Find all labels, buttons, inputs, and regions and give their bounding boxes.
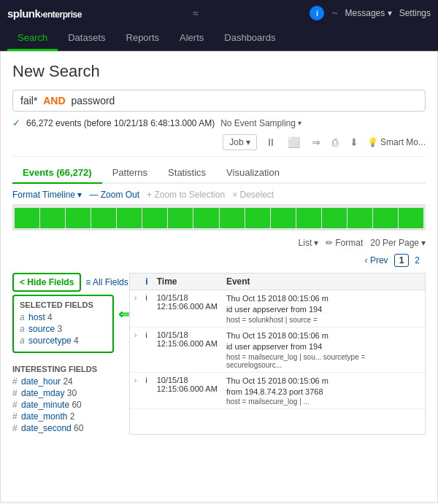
timeline-segment-15	[373, 208, 398, 228]
field-type-hash-4: #	[12, 411, 18, 422]
field-count-host: 4	[47, 312, 53, 322]
col-time-header: Time	[153, 274, 222, 290]
check-icon: ✓	[12, 117, 20, 128]
current-page[interactable]: 1	[394, 254, 410, 267]
smart-mode-label: 💡 Smart Mo...	[367, 137, 426, 147]
stop-button[interactable]: ⬜	[285, 135, 303, 150]
field-count-date-minute: 60	[72, 400, 81, 410]
tab-datasets[interactable]: Datasets	[58, 26, 115, 51]
selected-field-source[interactable]: a source 3	[20, 324, 107, 334]
pencil-icon: ✏	[326, 238, 333, 248]
field-type-hash-3: #	[12, 400, 18, 410]
timeline-segment-9	[220, 208, 245, 228]
sidebar: < Hide Fields ≡ All Fields ⇐ SELECTED FI…	[12, 273, 129, 435]
prev-button[interactable]: ‹ Prev	[362, 254, 391, 267]
info-btn-1[interactable]: i	[141, 290, 152, 327]
selected-field-host[interactable]: a host 4	[20, 312, 107, 322]
selected-field-sourcetype[interactable]: a sourcetype 4	[20, 336, 107, 346]
interesting-fields-section: INTERESTING FIELDS # date_hour 24 # date…	[12, 365, 129, 433]
timeline-segment-3	[66, 208, 91, 228]
settings-button[interactable]: Settings	[399, 8, 431, 18]
download-button[interactable]: ⬇	[347, 135, 361, 150]
query-operator: AND	[43, 95, 65, 106]
field-name-source: source	[28, 324, 55, 334]
job-button[interactable]: Job ▾	[223, 134, 256, 150]
settings-label: Settings	[399, 8, 431, 18]
zoom-out-button[interactable]: — Zoom Out	[89, 190, 139, 200]
next-page-button[interactable]: 2	[412, 254, 423, 267]
search-bar[interactable]: fail* AND password	[12, 90, 426, 112]
pause-button[interactable]: ⏸	[263, 135, 279, 150]
all-fields-label: All Fields	[93, 277, 128, 287]
inner-tabs: Events (66,272) Patterns Statistics Visu…	[12, 163, 426, 184]
interesting-field-date-second[interactable]: # date_second 60	[12, 423, 129, 433]
event-meta-1: host = solunkhost | source =	[226, 316, 420, 324]
event-meta-3: host = mailsecure_log | ...	[226, 398, 420, 406]
messages-label: Messages	[345, 8, 385, 18]
list-dropdown-button[interactable]: List ▾	[299, 238, 319, 248]
field-count-source: 3	[57, 324, 62, 334]
tab-search[interactable]: Search	[7, 26, 58, 51]
user-icon: ~	[331, 7, 337, 19]
zoom-selection-label: + Zoom to Selection	[147, 190, 225, 200]
selected-fields-box: SELECTED FIELDS a host 4 a source 3 a so…	[12, 295, 114, 353]
info-circle-icon[interactable]: i	[310, 6, 324, 20]
time-value-3: 10/15/18 12:15:06.000 AM	[157, 376, 218, 393]
no-event-sampling-dropdown[interactable]: No Event Sampling ▾	[220, 118, 301, 128]
expand-btn-1[interactable]: ›	[130, 290, 141, 327]
time-value-1: 10/15/18 12:15:06.000 AM	[157, 293, 218, 311]
field-count-date-hour: 24	[63, 376, 72, 387]
interesting-field-date-hour[interactable]: # date_hour 24	[12, 376, 129, 387]
tab-dashboards[interactable]: Dashboards	[214, 26, 285, 51]
info-btn-2[interactable]: i	[141, 327, 152, 372]
event-text-2: Thu Oct 15 2018 00:15:06 m	[226, 330, 420, 341]
all-fields-button[interactable]: ≡ All Fields	[85, 277, 128, 287]
status-bar: ✓ 66,272 events (before 10/21/18 6:48:13…	[12, 117, 426, 128]
smart-mode-icon: 💡	[367, 137, 378, 147]
field-count-date-mday: 30	[67, 388, 77, 398]
print-button[interactable]: ⎙	[329, 135, 341, 150]
interesting-field-date-mday[interactable]: # date_mday 30	[12, 388, 129, 398]
interesting-field-date-month[interactable]: # date_month 2	[12, 411, 129, 422]
field-count-date-month: 2	[70, 411, 75, 422]
format-button[interactable]: ✏ Format	[326, 238, 363, 248]
sampling-dropdown-arrow: ▾	[298, 119, 301, 127]
selected-fields-title: SELECTED FIELDS	[20, 301, 107, 309]
expand-btn-3[interactable]: ›	[130, 372, 141, 409]
page-title: New Search	[12, 62, 426, 81]
job-label: Job	[229, 137, 243, 147]
events-count-text: 66,272 events (before 10/21/18 6:48:13.0…	[26, 118, 215, 128]
field-name-date-hour: date_hour	[21, 376, 61, 387]
messages-button[interactable]: Messages ▾	[345, 8, 392, 18]
col-info: i	[141, 274, 152, 290]
field-type-hash-2: #	[12, 388, 18, 398]
format-timeline-button[interactable]: Format Timeline ▾	[12, 190, 82, 200]
field-count-date-second: 60	[74, 423, 83, 433]
timeline-segment-5	[117, 208, 142, 228]
smart-mode-text: Smart Mo...	[380, 137, 426, 147]
tab-statistics[interactable]: Statistics	[158, 163, 216, 184]
per-page-button[interactable]: 20 Per Page ▾	[370, 238, 426, 248]
hide-fields-row: < Hide Fields ≡ All Fields ⇐	[12, 273, 129, 292]
tab-patterns[interactable]: Patterns	[102, 163, 158, 184]
format-timeline-label: Format Timeline	[12, 190, 75, 200]
info-btn-3[interactable]: i	[141, 372, 152, 409]
selected-fields-section: SELECTED FIELDS a host 4 a source 3 a so…	[12, 295, 129, 359]
logo: splunk›enterprise	[7, 7, 82, 20]
tab-events[interactable]: Events (66,272)	[12, 163, 102, 184]
share-button[interactable]: ⇒	[309, 135, 323, 150]
page-content: New Search fail* AND password ✓ 66,272 e…	[0, 51, 438, 503]
timeline-segment-2	[40, 208, 65, 228]
expand-btn-2[interactable]: ›	[130, 327, 141, 372]
timeline-bar[interactable]	[12, 204, 426, 230]
query-suffix: password	[71, 95, 115, 106]
hide-fields-button[interactable]: < Hide Fields	[12, 273, 81, 292]
tab-alerts[interactable]: Alerts	[169, 26, 214, 51]
table-row: › i 10/15/18 12:15:06.000 AM Thu Oct 15 …	[130, 290, 425, 327]
tab-reports[interactable]: Reports	[116, 26, 170, 51]
interesting-field-date-minute[interactable]: # date_minute 60	[12, 400, 129, 410]
main-content: < Hide Fields ≡ All Fields ⇐ SELECTED FI…	[12, 273, 426, 435]
timeline-segment-6	[142, 208, 167, 228]
timeline-segment-4	[91, 208, 116, 228]
tab-visualization[interactable]: Visualization	[216, 163, 290, 184]
